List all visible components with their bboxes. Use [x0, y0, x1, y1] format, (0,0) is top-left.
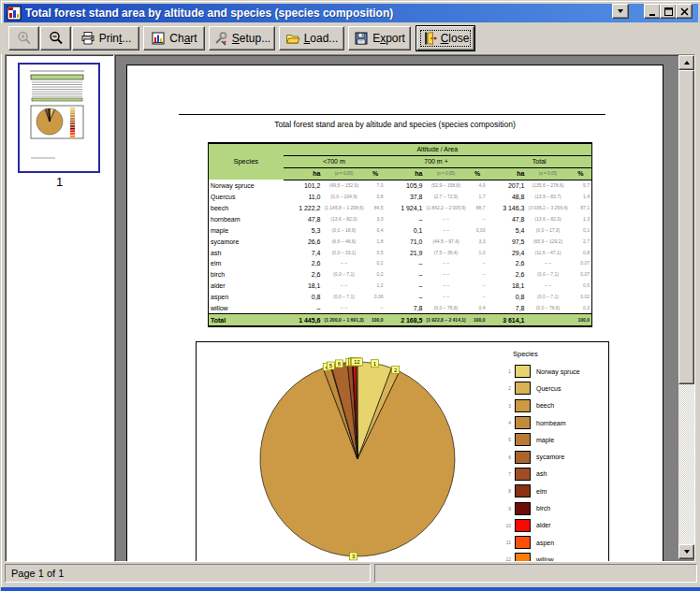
ha-cell: –: [386, 269, 425, 281]
close-button[interactable]: Close: [416, 26, 474, 50]
ha-cell: 47,8: [284, 213, 323, 224]
legend-item: 5maple: [496, 431, 580, 448]
zoom-out-button[interactable]: [40, 26, 71, 50]
pct-cell: –: [468, 281, 488, 292]
ci-cell: (0,0 – 17,3): [527, 224, 570, 236]
legend-swatch: [515, 553, 531, 562]
ha-cell: 207,1: [488, 180, 527, 191]
close-button-label: Close: [441, 32, 470, 45]
legend-label: Norway spruce: [536, 368, 580, 375]
app-icon: [7, 6, 22, 21]
ci-cell: (0,0 – 33,1): [323, 247, 366, 258]
setup-button[interactable]: Setup...: [209, 26, 275, 50]
titlebar-dropdown-button[interactable]: [612, 4, 629, 19]
zoom-in-icon: [17, 31, 32, 46]
ci-cell: – –: [425, 269, 468, 281]
ha-cell: 7,8: [488, 303, 527, 314]
print-button-label: Print...: [99, 32, 132, 45]
legend-index: 8: [496, 488, 511, 494]
legend-swatch: [515, 451, 531, 464]
ci-cell: (1 842,2 – 2 005,9): [425, 203, 468, 214]
legend-index: 6: [496, 454, 511, 460]
ha-cell: 26,6: [284, 236, 323, 247]
thumb-legend-swatch: [70, 123, 75, 124]
ci-cell: (135,6 – 278,6): [527, 180, 570, 191]
legend-swatch: [515, 433, 531, 446]
legend-item: 8elm: [496, 483, 580, 499]
pct-cell: 84,5: [366, 203, 386, 214]
ci-cell: (11,6 – 47,1): [527, 247, 570, 258]
zoom-in-button[interactable]: [8, 26, 39, 50]
legend-item: 4hornbeam: [496, 414, 580, 431]
legend-item: 9birch: [496, 499, 580, 516]
species-cell: alder: [209, 281, 284, 292]
pct-cell: 1,8: [366, 236, 386, 247]
minimize-button[interactable]: [644, 4, 661, 19]
species-cell: sycamore: [209, 236, 284, 247]
ci-cell: (13,6 – 82,0): [323, 213, 366, 224]
pct-cell: 0,4: [366, 224, 386, 236]
legend-item: 3beech: [496, 397, 580, 414]
export-button[interactable]: Export: [348, 26, 411, 50]
pct-cell: 0,5: [366, 247, 386, 258]
pct-cell: 0,02: [570, 292, 592, 303]
maximize-icon: [664, 7, 673, 16]
legend-index: 10: [496, 523, 511, 528]
legend-swatch: [515, 502, 531, 515]
pct-cell: 1,7: [468, 192, 488, 203]
window-title: Total forest stand area by altitude and …: [25, 7, 698, 20]
pct-cell: –: [468, 258, 488, 269]
pct-cell: 3,3: [366, 213, 386, 224]
ha-cell: 37,8: [386, 192, 425, 203]
pct-cell: 7,0: [366, 180, 386, 191]
ci-cell: – –: [527, 258, 570, 269]
pie-chart: 123456789101112 Species 1Norway spruce2Q…: [196, 341, 609, 562]
minimize-icon: [649, 7, 657, 16]
pct-cell: 0,2: [570, 303, 592, 314]
legend-index: 9: [496, 506, 511, 512]
legend-label: elm: [536, 488, 547, 495]
scroll-down-button[interactable]: [678, 544, 694, 559]
table-row: elm2,6– –0,2–– ––2,6– –0,07: [209, 258, 592, 269]
scrollbar-thumb[interactable]: [678, 70, 694, 384]
scroll-up-button[interactable]: [678, 55, 694, 70]
subheader-pct: %: [366, 167, 386, 180]
header-species: Species: [209, 143, 284, 180]
ci-cell: – –: [323, 303, 366, 314]
thumb-legend-swatch: [70, 112, 75, 114]
pct-cell: 2,7: [570, 236, 592, 247]
vertical-scrollbar[interactable]: [678, 55, 694, 559]
ci-cell: (13,9 – 83,7): [527, 192, 570, 203]
table-row: alder18,1– –1,2–– ––18,1– –0,5: [209, 281, 592, 292]
page-thumbnail[interactable]: [18, 63, 100, 173]
ha-cell: 21,9: [386, 247, 425, 258]
ha-cell: –: [386, 258, 425, 269]
legend-swatch: [515, 416, 531, 429]
ci-cell: (49,5 – 152,9): [323, 180, 366, 191]
print-button[interactable]: Print...: [72, 26, 139, 50]
ha-cell: 3 614,1: [488, 314, 527, 326]
open-folder-icon: [285, 31, 300, 46]
ci-cell: (6,6 – 46,6): [323, 236, 366, 247]
thumb-legend-swatch: [70, 118, 75, 120]
species-area-table: Species Altitude / Area <700 m 700 m + T…: [208, 142, 592, 327]
close-window-button[interactable]: [676, 4, 693, 19]
thumbnail-panel: 1: [5, 54, 114, 562]
species-cell: Total: [209, 314, 284, 326]
close-x-icon: [680, 7, 689, 16]
legend-label: sycamore: [536, 454, 564, 460]
slice-label: 12: [354, 359, 360, 365]
ha-cell: –: [284, 303, 323, 314]
ha-cell: 2,6: [284, 258, 323, 269]
chart-button[interactable]: Chart: [143, 26, 205, 50]
table-row: aspen0,8(0,0 – 7,1)0,06–– ––0,8(0,0 – 7,…: [209, 292, 592, 303]
ci-cell: (0,0 – 7,1): [527, 292, 570, 303]
pct-cell: –: [468, 269, 488, 281]
ci-cell: – –: [527, 281, 570, 292]
ha-cell: –: [386, 292, 425, 303]
ha-cell: 1 222,2: [284, 203, 323, 214]
table-row: ash7,4(0,0 – 33,1)0,521,9(7,5 – 36,4)1,0…: [209, 247, 592, 258]
load-button[interactable]: Load...: [279, 26, 344, 50]
pct-cell: 0,8: [366, 192, 386, 203]
maximize-button[interactable]: [660, 4, 677, 19]
